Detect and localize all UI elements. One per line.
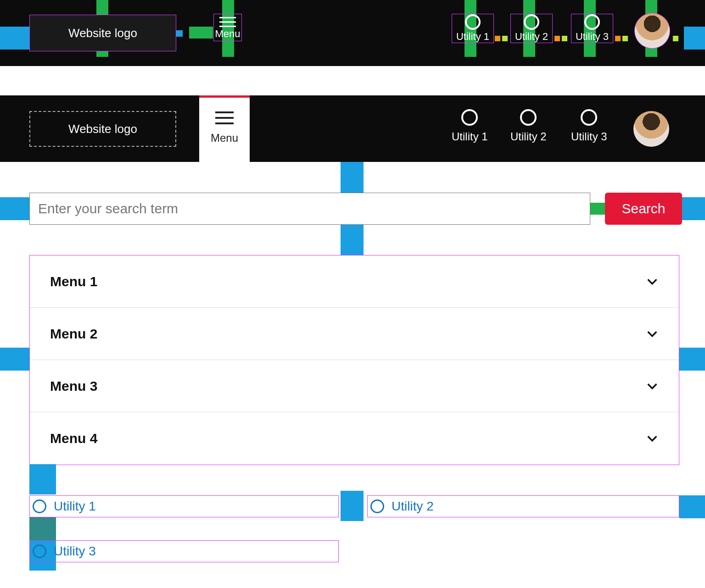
hamburger-icon (215, 111, 234, 113)
chevron-down-icon (646, 327, 659, 340)
utility-item-1[interactable]: Utility 1 (452, 109, 488, 143)
menu-item-1[interactable]: Menu 1 (30, 255, 679, 308)
spacing-handle[interactable] (562, 36, 567, 41)
placeholder-icon (465, 14, 481, 30)
utility-link-1[interactable]: Utility 1 (29, 495, 339, 517)
spacer-marker (679, 348, 705, 371)
utility-link-label: Utility 3 (54, 544, 96, 559)
spacer-marker (341, 162, 364, 193)
menu-item-4[interactable]: Menu 4 (30, 412, 679, 465)
website-logo[interactable]: Website logo (29, 15, 176, 51)
search-button[interactable]: Search (605, 193, 682, 225)
menu-button-active[interactable]: Menu (199, 95, 250, 162)
utility-label: Utility 3 (571, 31, 613, 43)
spacer-marker (590, 203, 605, 215)
menu-button-label: Menu (214, 28, 241, 40)
selection-handle[interactable] (23, 30, 29, 37)
website-logo-label: Website logo (68, 26, 137, 40)
spacing-handle[interactable] (495, 36, 500, 41)
utility-link-3[interactable]: Utility 3 (29, 540, 339, 562)
utility-item-2[interactable]: Utility 2 (510, 109, 547, 143)
spacing-handle[interactable] (502, 36, 508, 41)
spacing-handle[interactable] (673, 36, 678, 41)
utility-label: Utility 3 (571, 130, 607, 143)
chevron-down-icon (646, 432, 659, 445)
spacer-marker (0, 197, 29, 220)
placeholder-icon (33, 544, 46, 558)
avatar[interactable] (634, 13, 670, 49)
utility-label: Utility 2 (510, 130, 547, 143)
placeholder-icon (370, 499, 384, 513)
menu-item-label: Menu 2 (50, 326, 97, 342)
selection-handle[interactable] (176, 30, 183, 37)
utility-label: Utility 1 (452, 31, 493, 43)
chevron-down-icon (646, 275, 659, 288)
placeholder-icon (33, 499, 46, 513)
utility-item-3[interactable]: Utility 3 (571, 14, 613, 43)
spacer-marker (682, 197, 705, 220)
spacer-marker (29, 464, 56, 494)
placeholder-icon (461, 109, 478, 126)
menu-item-label: Menu 4 (50, 431, 97, 446)
spacer-marker (29, 517, 56, 540)
spacer-marker (341, 491, 364, 521)
menu-item-label: Menu 3 (50, 378, 97, 394)
spacer-marker (0, 348, 29, 371)
spacer-marker (341, 225, 364, 255)
spacing-handle[interactable] (622, 36, 628, 41)
utility-link-label: Utility 1 (54, 499, 96, 514)
placeholder-icon (524, 14, 539, 30)
utility-item-3[interactable]: Utility 3 (571, 109, 607, 143)
placeholder-icon (581, 109, 597, 126)
spacing-handle[interactable] (554, 36, 560, 41)
utility-label: Utility 2 (511, 31, 552, 43)
chevron-down-icon (646, 380, 659, 393)
placeholder-icon (520, 109, 537, 126)
utility-link-2[interactable]: Utility 2 (367, 495, 679, 517)
search-input[interactable] (29, 193, 590, 225)
menu-item-3[interactable]: Menu 3 (30, 360, 679, 412)
utility-item-2[interactable]: Utility 2 (510, 14, 553, 43)
spacing-handle[interactable] (615, 36, 621, 41)
menu-list: Menu 1 Menu 2 Menu 3 Menu 4 (29, 255, 679, 465)
utility-item-1[interactable]: Utility 1 (452, 14, 494, 43)
spacer-marker (684, 27, 705, 50)
spacer-marker (679, 495, 705, 518)
website-logo[interactable]: Website logo (29, 111, 176, 147)
menu-item-label: Menu 1 (50, 274, 97, 289)
hamburger-icon (219, 17, 236, 27)
menu-button-label: Menu (199, 132, 250, 144)
menu-item-2[interactable]: Menu 2 (30, 308, 679, 360)
spacer-marker (189, 27, 213, 39)
utility-label: Utility 1 (452, 130, 488, 143)
placeholder-icon (584, 14, 600, 30)
menu-button[interactable]: Menu (213, 14, 242, 41)
gap (0, 66, 705, 95)
utility-link-label: Utility 2 (392, 499, 434, 514)
website-logo-label: Website logo (68, 122, 137, 136)
avatar[interactable] (633, 111, 669, 147)
